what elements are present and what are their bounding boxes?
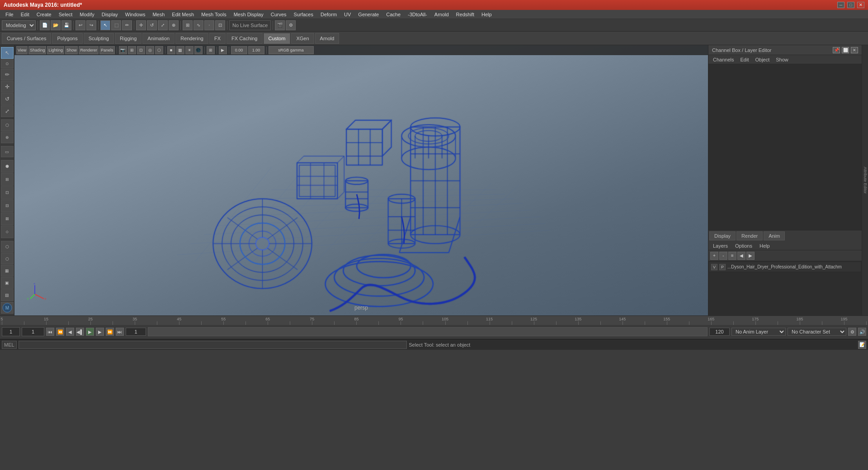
fit-btn[interactable]: ⊞ xyxy=(128,46,136,54)
shelf-tab-animation[interactable]: Animation xyxy=(142,33,175,44)
menu-item-surfaces[interactable]: Surfaces xyxy=(290,10,317,19)
icon-group2-btn5[interactable]: ▤ xyxy=(1,289,14,301)
attribute-editor-bar[interactable]: Attribute Editor xyxy=(862,45,868,315)
help-menu-item[interactable]: Help xyxy=(757,242,773,250)
go-start-button[interactable]: ⏮ xyxy=(46,328,54,336)
frame-sel-btn[interactable]: ⊡ xyxy=(137,46,145,54)
channels-menu[interactable]: Channels xyxy=(710,56,736,64)
layer-prev-btn[interactable]: ◀ xyxy=(737,252,745,260)
anim-tab[interactable]: Anim xyxy=(764,231,785,240)
shelf-tab-fx[interactable]: FX xyxy=(209,33,226,44)
layer-p-cell[interactable]: P xyxy=(719,264,726,270)
icon-btn-2[interactable]: ⊞ xyxy=(1,173,14,186)
viewport[interactable]: View Shading Lighting Show Renderer Pane… xyxy=(14,45,708,315)
menu-item-file[interactable]: File xyxy=(2,10,17,19)
new-scene-button[interactable]: 📄 xyxy=(40,20,50,30)
snap-point-button[interactable]: · xyxy=(204,20,214,30)
range-start-input[interactable] xyxy=(126,328,146,336)
select-tool-button[interactable]: ↖ xyxy=(100,20,110,30)
layer-next-btn[interactable]: ▶ xyxy=(746,252,755,260)
audio-btn[interactable]: 🔊 xyxy=(858,328,866,336)
anim-layer-dropdown[interactable]: No Anim Layer xyxy=(731,328,786,336)
input-line-button[interactable]: ▭ xyxy=(1,146,14,158)
options-menu-item[interactable]: Options xyxy=(732,242,755,250)
shelf-tab-fx-caching[interactable]: FX Caching xyxy=(226,33,262,44)
gamma-dropdown[interactable]: sRGB gamma xyxy=(269,46,314,54)
solid-btn[interactable]: ■ xyxy=(167,46,175,54)
icon-btn-5[interactable]: ⊠ xyxy=(1,212,14,225)
menu-item-generate[interactable]: Generate xyxy=(354,10,382,19)
isolate-btn[interactable]: ◎ xyxy=(146,46,154,54)
next-frame-button[interactable]: ⏩ xyxy=(106,328,114,336)
light-btn[interactable]: ☀ xyxy=(185,46,193,54)
script-editor-btn[interactable]: 📝 xyxy=(858,341,866,349)
timeline-settings-btn[interactable]: ⚙ xyxy=(848,328,856,336)
character-set-dropdown[interactable]: No Character Set xyxy=(788,328,846,336)
menu-item-mesh[interactable]: Mesh xyxy=(149,10,168,19)
open-scene-button[interactable]: 📂 xyxy=(51,20,61,30)
play-back-button[interactable]: ◀▌ xyxy=(76,328,84,336)
shelf-tab-rendering[interactable]: Rendering xyxy=(175,33,208,44)
show-menu[interactable]: Show xyxy=(773,56,791,64)
icon-btn-3[interactable]: ⊡ xyxy=(1,186,14,199)
object-menu[interactable]: Object xyxy=(752,56,772,64)
icon-group2-btn1[interactable]: ⬡ xyxy=(1,241,14,253)
move-tool-button[interactable]: ✛ xyxy=(136,20,146,30)
icon-btn-1[interactable]: ⬢ xyxy=(1,160,14,173)
icon-group2-btn3[interactable]: ▦ xyxy=(1,265,14,277)
wireframe-btn[interactable]: ⬡ xyxy=(155,46,163,54)
restore-button[interactable]: □ xyxy=(847,2,854,8)
menu-item-select[interactable]: Select xyxy=(55,10,76,19)
start-frame-input[interactable] xyxy=(2,327,20,336)
y-input[interactable]: 1.00 xyxy=(248,46,264,54)
lasso-select-button[interactable]: ⬚ xyxy=(111,20,121,30)
shelf-tab-sculpting[interactable]: Sculpting xyxy=(84,33,114,44)
icon-btn-6[interactable]: ⊹ xyxy=(1,226,14,238)
snap-curve-button[interactable]: ∿ xyxy=(193,20,203,30)
menu-item-mesh-display[interactable]: Mesh Display xyxy=(230,10,267,19)
panels-menu-button[interactable]: Panels xyxy=(99,46,115,54)
x-input[interactable]: 0.00 xyxy=(231,46,247,54)
save-scene-button[interactable]: 💾 xyxy=(61,20,71,30)
menu-item-windows[interactable]: Windows xyxy=(122,10,149,19)
menu-item-deform[interactable]: Deform xyxy=(317,10,340,19)
range-end-input[interactable] xyxy=(709,328,730,336)
menu-item--3dtoall-[interactable]: -3DtoAll- xyxy=(404,10,431,19)
pin-button[interactable]: 📌 xyxy=(833,47,840,53)
redo-button[interactable]: ↪ xyxy=(86,20,96,30)
shelf-tab-polygons[interactable]: Polygons xyxy=(52,33,82,44)
timeline-track[interactable] xyxy=(148,327,708,336)
layers-menu-item[interactable]: Layers xyxy=(710,242,731,250)
universal-manip-button[interactable]: ⊕ xyxy=(169,20,179,30)
cam-btn[interactable]: 📷 xyxy=(119,46,127,54)
next-key-button[interactable]: ▶ xyxy=(96,328,104,336)
expand-button[interactable]: ⬜ xyxy=(842,47,849,53)
render-button[interactable]: 🎬 xyxy=(275,20,285,30)
close-button[interactable]: ✕ xyxy=(857,2,864,8)
menu-item-edit[interactable]: Edit xyxy=(17,10,33,19)
prev-key-button[interactable]: ◀ xyxy=(66,328,74,336)
mel-input[interactable] xyxy=(19,341,407,349)
close-right-button[interactable]: ✕ xyxy=(851,47,858,53)
edit-menu[interactable]: Edit xyxy=(737,56,751,64)
menu-item-cache[interactable]: Cache xyxy=(382,10,404,19)
icon-btn-4[interactable]: ⊟ xyxy=(1,199,14,212)
playblast-btn[interactable]: ▶ xyxy=(219,46,227,54)
scale-left-button[interactable]: ⤢ xyxy=(1,105,14,117)
icon-group2-btn4[interactable]: ▣ xyxy=(1,277,14,289)
mode-dropdown[interactable]: Modeling xyxy=(2,20,36,30)
layer-v-cell[interactable]: V xyxy=(711,264,717,270)
menu-item-edit-mesh[interactable]: Edit Mesh xyxy=(168,10,198,19)
renderer-menu-button[interactable]: Renderer xyxy=(79,46,99,54)
play-forward-button[interactable]: ▶ xyxy=(86,328,94,336)
paint-select-button[interactable]: ✏ xyxy=(122,20,132,30)
display-tab[interactable]: Display xyxy=(709,231,736,240)
grid-btn[interactable]: ⊞ xyxy=(207,46,215,54)
render-tab[interactable]: Render xyxy=(736,231,763,240)
snap-view-button[interactable]: ⊡ xyxy=(215,20,225,30)
select-mode-button[interactable]: ↖ xyxy=(1,47,14,59)
layer-options-btn[interactable]: ≡ xyxy=(728,252,736,260)
minimize-button[interactable]: ─ xyxy=(837,2,844,8)
shelf-tab-rigging[interactable]: Rigging xyxy=(115,33,142,44)
mel-label[interactable]: MEL xyxy=(2,341,17,349)
